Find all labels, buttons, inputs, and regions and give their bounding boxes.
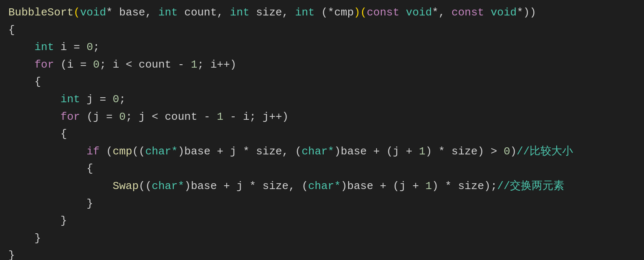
code-line: for (j = 0; j < count - 1 - i; j++)	[8, 109, 636, 126]
code-line: BubbleSort(void* base, int count, int si…	[8, 4, 636, 22]
code-line: {	[8, 73, 636, 91]
code-line: Swap((char*)base + j * size, (char*)base…	[8, 178, 636, 195]
code-block: BubbleSort(void* base, int count, int si…	[8, 4, 636, 260]
code-line: {	[8, 160, 636, 178]
code-line: }	[8, 212, 636, 230]
code-editor: BubbleSort(void* base, int count, int si…	[0, 0, 644, 260]
code-line: }	[8, 230, 636, 247]
code-line: int j = 0;	[8, 91, 636, 109]
code-line: {	[8, 126, 636, 143]
code-line: }	[8, 195, 636, 213]
code-line: int i = 0;	[8, 39, 636, 56]
code-line: for (i = 0; i < count - 1; i++)	[8, 56, 636, 74]
code-line: {	[8, 22, 636, 39]
code-line: if (cmp((char*)base + j * size, (char*)b…	[8, 143, 636, 161]
code-line: }	[8, 247, 636, 260]
